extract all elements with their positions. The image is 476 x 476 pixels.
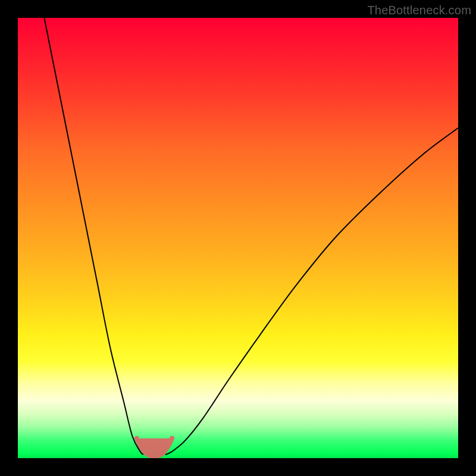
chart-frame: TheBottleneck.com: [0, 0, 476, 476]
right-curve-path: [165, 128, 458, 455]
left-curve-path: [44, 18, 143, 455]
watermark-text: TheBottleneck.com: [367, 4, 471, 17]
curve-svg: [18, 18, 458, 458]
plot-area: [18, 18, 458, 458]
